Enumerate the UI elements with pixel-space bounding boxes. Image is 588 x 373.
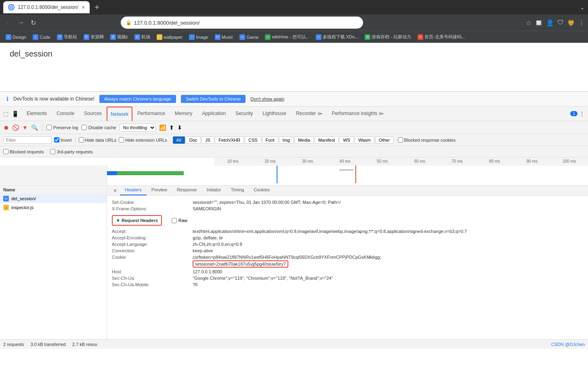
blocked-requests-checkbox[interactable]: Blocked requests bbox=[3, 149, 44, 154]
separator bbox=[75, 137, 76, 143]
hide-data-urls-checkbox[interactable]: Hide data URLs bbox=[79, 137, 117, 142]
invert-input[interactable] bbox=[54, 137, 59, 142]
blocked-requests-input[interactable] bbox=[3, 149, 8, 154]
download-icon[interactable]: ⬇ bbox=[177, 124, 182, 131]
header-value-set-cookie: sessionid=""; expires=Thu, 01 Jan 1970 0… bbox=[193, 200, 583, 205]
filter-input[interactable] bbox=[3, 136, 52, 144]
bookmark-wallpaper[interactable]: W wallpaper bbox=[154, 34, 185, 41]
hide-data-urls-input[interactable] bbox=[79, 137, 84, 142]
filter-other[interactable]: Other bbox=[375, 136, 394, 144]
match-language-button[interactable]: Always match Chrome's language bbox=[99, 95, 176, 103]
bookmark-resources[interactable]: 资 资源网 bbox=[81, 33, 106, 41]
address-bar[interactable]: 🔒 127.0.0.1:8000/del_session/ bbox=[121, 17, 363, 29]
bookmark-airport[interactable]: 机 机场 bbox=[132, 33, 153, 41]
blocked-cookies-input[interactable] bbox=[398, 137, 403, 142]
details-close-button[interactable]: × bbox=[110, 186, 120, 195]
menu-icon[interactable]: ⋮ bbox=[578, 19, 585, 27]
bookmark-xdo[interactable]: X 多线程下载 XDo... bbox=[313, 33, 361, 41]
detail-tab-response[interactable]: Response bbox=[172, 186, 202, 195]
bookmark-wikihow[interactable]: W wikiHow - 您可以... bbox=[262, 33, 311, 41]
nav-bar: ← → ↻ 🔒 127.0.0.1:8000/del_session/ ☆ 🔲 … bbox=[0, 15, 588, 31]
tab-sources[interactable]: Sources bbox=[79, 107, 107, 121]
inspect-element-icon[interactable]: ⬚ bbox=[3, 111, 8, 117]
shield-icon[interactable]: 🛡 bbox=[557, 19, 564, 26]
filter-manifest[interactable]: Manifest bbox=[315, 136, 339, 144]
upload-icon[interactable]: ⬆ bbox=[169, 124, 174, 131]
timeline-50ms: 50 ms bbox=[363, 159, 401, 163]
timeline-bars bbox=[107, 166, 588, 185]
tab-performance[interactable]: Performance bbox=[132, 107, 170, 121]
profile-icon[interactable]: 👤 bbox=[546, 19, 554, 27]
detail-tab-cookies[interactable]: Cookies bbox=[249, 186, 275, 195]
forward-button[interactable]: → bbox=[16, 17, 26, 28]
tab-console[interactable]: Console bbox=[52, 107, 79, 121]
refresh-button[interactable]: ↻ bbox=[29, 17, 38, 28]
bookmark-nav[interactable]: 导 导航站 bbox=[55, 33, 80, 41]
bookmark-design[interactable]: D Design bbox=[3, 34, 29, 41]
filter-css[interactable]: CSS bbox=[245, 136, 261, 144]
invert-checkbox[interactable]: Invert bbox=[54, 137, 72, 142]
bookmark-image[interactable]: I Image bbox=[187, 34, 211, 41]
devtools-more-icon[interactable]: ⋮ bbox=[579, 111, 585, 117]
detail-tab-initiator[interactable]: Initiator bbox=[202, 186, 226, 195]
tab-elements[interactable]: Elements bbox=[22, 107, 52, 121]
filter-ws[interactable]: WS bbox=[339, 136, 354, 144]
blocked-cookies-checkbox[interactable]: Blocked response cookies bbox=[398, 137, 456, 142]
raw-input[interactable] bbox=[172, 218, 177, 223]
filter-img[interactable]: Img bbox=[279, 136, 294, 144]
detail-tab-preview[interactable]: Preview bbox=[147, 186, 172, 195]
dont-show-again-link[interactable]: Don't show again bbox=[250, 96, 284, 101]
third-party-input[interactable] bbox=[50, 149, 55, 154]
tab-close-button[interactable]: × bbox=[82, 4, 85, 10]
preserve-log-checkbox[interactable]: Preserve log bbox=[46, 125, 78, 130]
extension-icon[interactable]: 🔲 bbox=[535, 19, 543, 27]
bookmark-game[interactable]: G Game bbox=[237, 34, 261, 41]
wifi-icon[interactable]: 📶 bbox=[159, 124, 166, 131]
detail-tab-headers[interactable]: Headers bbox=[120, 186, 147, 195]
bookmark-code[interactable]: C Code bbox=[30, 34, 52, 41]
device-toolbar-icon[interactable]: 📱 bbox=[12, 111, 19, 117]
filter-media[interactable]: Media bbox=[294, 136, 314, 144]
filter-icon[interactable]: ▼ bbox=[22, 124, 28, 131]
filter-font[interactable]: Font bbox=[262, 136, 278, 144]
filter-js[interactable]: JS bbox=[202, 136, 214, 144]
bookmark-music[interactable]: M Music bbox=[212, 34, 236, 41]
devtools-tab-bar: ⬚ 📱 Elements Console Sources Network Per… bbox=[0, 107, 588, 121]
star-icon[interactable]: ☆ bbox=[526, 19, 531, 27]
bookmark-game2[interactable]: 游 游戏存档 - 玩家动力 bbox=[362, 33, 414, 41]
tab-recorder[interactable]: Recorder ⌲ bbox=[291, 107, 327, 121]
filter-fetchxhr[interactable]: Fetch/XHR bbox=[215, 136, 244, 144]
bookmark-north-america[interactable]: 首 首页-北美号码接码... bbox=[415, 33, 468, 41]
search-icon[interactable]: 🔍 bbox=[31, 124, 38, 131]
filter-all[interactable]: All bbox=[173, 136, 185, 144]
tab-network[interactable]: Network bbox=[107, 107, 132, 121]
detail-tab-timing[interactable]: Timing bbox=[226, 186, 249, 195]
bookmark-video[interactable]: 视 视频z bbox=[108, 33, 131, 41]
switch-to-chinese-button[interactable]: Switch DevTools to Chinese bbox=[181, 95, 246, 103]
record-button[interactable]: ⏺ bbox=[3, 124, 9, 131]
back-button[interactable]: ← bbox=[3, 17, 13, 28]
preserve-log-input[interactable] bbox=[46, 125, 52, 130]
hide-extension-urls-input[interactable] bbox=[119, 137, 124, 142]
tab-lighthouse[interactable]: Lighthouse bbox=[258, 107, 291, 121]
new-tab-button[interactable]: + bbox=[91, 1, 103, 14]
tab-security[interactable]: Security bbox=[231, 107, 258, 121]
browser-tab[interactable]: 127.0.0.1:8000/del_session/ × bbox=[3, 1, 90, 13]
clear-button[interactable]: 🚫 bbox=[12, 124, 19, 131]
details-tab-bar: × Headers Preview Response Initiator Tim… bbox=[107, 186, 588, 196]
tab-performance-insights[interactable]: Performance insights ⌲ bbox=[327, 107, 388, 121]
disable-cache-checkbox[interactable]: Disable cache bbox=[82, 125, 116, 130]
tab-memory[interactable]: Memory bbox=[170, 107, 197, 121]
brave-icon[interactable]: 🦁 bbox=[567, 19, 575, 27]
timeline-marker-gray bbox=[339, 170, 353, 170]
raw-checkbox[interactable]: Raw bbox=[172, 218, 187, 223]
filter-doc[interactable]: Doc bbox=[186, 136, 201, 144]
filter-wasm[interactable]: Wasm bbox=[355, 136, 374, 144]
file-item-inspector[interactable]: J inspector.js bbox=[0, 203, 107, 212]
disable-cache-input[interactable] bbox=[82, 125, 87, 130]
hide-extension-urls-checkbox[interactable]: Hide extension URLs bbox=[119, 137, 167, 142]
tab-application[interactable]: Application bbox=[197, 107, 231, 121]
throttle-select[interactable]: No throttling bbox=[120, 124, 156, 132]
file-item-del-session[interactable]: H del_session/ bbox=[0, 194, 107, 203]
third-party-checkbox[interactable]: 3rd-party requests bbox=[50, 149, 92, 154]
